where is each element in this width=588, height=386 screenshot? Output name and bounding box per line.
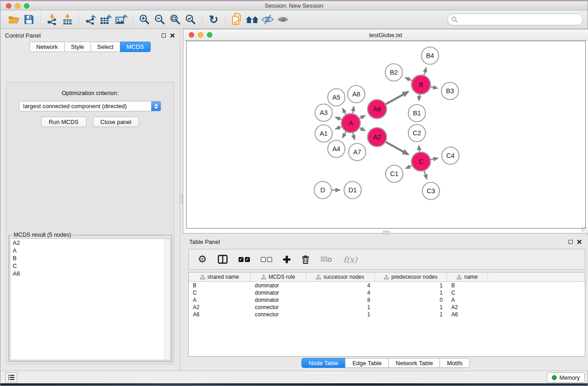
table-cell[interactable]: A	[447, 297, 488, 303]
node-table[interactable]: shared nameMCDS rolesuccessor nodesprede…	[188, 272, 585, 357]
edge-B-B1[interactable]	[419, 95, 420, 101]
zoom-selected-icon[interactable]	[183, 12, 198, 27]
float-panel-icon[interactable]	[162, 33, 166, 38]
tab-style[interactable]: Style	[64, 42, 91, 52]
edge-C-C4[interactable]	[431, 158, 438, 160]
edge-A-A8[interactable]	[353, 107, 354, 114]
node-A4[interactable]: A4	[328, 140, 345, 157]
node-A7[interactable]: A7	[349, 143, 366, 161]
table-cell[interactable]: B	[189, 282, 251, 289]
table-settings-icon[interactable]: ⚙	[198, 254, 207, 264]
export-image-icon[interactable]	[114, 12, 129, 27]
close-table-panel-icon[interactable]: ✕	[576, 240, 582, 244]
column-header-predecessor-nodes[interactable]: predecessor nodes	[375, 272, 447, 281]
node-A[interactable]: A	[341, 114, 360, 133]
column-header-name[interactable]: name	[447, 272, 488, 281]
table-cell[interactable]: A6	[189, 311, 251, 318]
close-panel-icon[interactable]: ✕	[169, 33, 175, 38]
column-header-mcds-role[interactable]: MCDS role	[251, 272, 306, 281]
table-cell[interactable]: 4	[306, 282, 375, 289]
scrollbar[interactable]	[164, 239, 170, 360]
edge-B-B3[interactable]	[431, 87, 438, 88]
table-cell[interactable]: 0	[375, 297, 447, 303]
table-cell[interactable]: 1	[306, 304, 375, 310]
node-B4[interactable]: B4	[421, 47, 439, 64]
table-cell[interactable]: 1	[375, 304, 447, 310]
mcds-result-item[interactable]: A2	[10, 239, 170, 247]
mcds-result-item[interactable]: A6	[10, 270, 170, 277]
delete-column-icon[interactable]	[301, 255, 310, 264]
hide-selected-icon[interactable]	[260, 12, 275, 27]
node-A8[interactable]: A8	[348, 86, 365, 103]
edge-A6-B[interactable]	[386, 92, 408, 105]
table-cell[interactable]: 1	[375, 282, 447, 289]
table-cell[interactable]: dominator	[251, 297, 306, 303]
tab-network-table[interactable]: Network Table	[388, 358, 440, 368]
search-field[interactable]	[447, 14, 583, 25]
resize-grip-icon[interactable]	[581, 226, 588, 233]
node-C1[interactable]: C1	[386, 165, 403, 182]
table-cell[interactable]: A6	[447, 311, 488, 318]
show-all-icon[interactable]	[275, 12, 291, 27]
zoom-out-icon[interactable]	[152, 12, 167, 27]
add-column-icon[interactable]: ✚	[283, 255, 291, 264]
import-table-icon[interactable]	[60, 12, 75, 27]
node-D1[interactable]: D1	[344, 181, 361, 199]
edge-A-A4[interactable]	[343, 132, 346, 138]
criterion-dropdown[interactable]: largest connected component (directed)	[19, 101, 161, 111]
node-C2[interactable]: C2	[408, 124, 425, 142]
tab-select[interactable]: Select	[91, 42, 120, 52]
close-panel-button[interactable]: Close panel	[93, 117, 139, 127]
edge-C-C3[interactable]	[424, 171, 427, 179]
function-builder-icon[interactable]: f(x)	[343, 255, 357, 264]
network-canvas[interactable]: B4B2BB3B1A5A8A6A3AA1A2C2A4A7CC4C1C3DD1	[186, 41, 586, 229]
node-A3[interactable]: A3	[315, 104, 332, 121]
table-cell[interactable]: A2	[189, 304, 251, 310]
table-cell[interactable]: dominator	[251, 282, 306, 289]
import-network-icon[interactable]	[44, 12, 60, 27]
node-B2[interactable]: B2	[385, 64, 402, 81]
refresh-icon[interactable]: ↻	[206, 12, 221, 27]
horizontal-divider-grip[interactable]	[383, 231, 390, 234]
deselect-all-checks-icon[interactable]	[261, 257, 272, 262]
float-table-panel-icon[interactable]	[569, 240, 573, 244]
table-cell[interactable]: C	[447, 290, 488, 296]
table-cell[interactable]: B	[447, 282, 488, 289]
table-cell[interactable]: 1	[306, 311, 375, 318]
zoom-in-icon[interactable]	[137, 12, 152, 27]
table-cell[interactable]: connector	[251, 304, 306, 310]
tab-motifs[interactable]: Motifs	[440, 358, 470, 368]
node-B1[interactable]: B1	[408, 105, 425, 122]
delete-table-icon[interactable]	[320, 256, 332, 263]
node-C4[interactable]: C4	[442, 147, 459, 164]
edge-A-A3[interactable]	[335, 117, 341, 119]
select-all-checks-icon[interactable]: ✓✓	[239, 257, 250, 262]
table-row[interactable]: Adominator80A	[189, 296, 585, 304]
export-network-icon[interactable]	[83, 12, 98, 27]
node-C3[interactable]: C3	[422, 182, 440, 200]
edge-A-A7[interactable]	[353, 133, 354, 140]
mcds-result-item[interactable]: C	[10, 262, 170, 270]
node-C[interactable]: C	[411, 152, 430, 171]
split-table-icon[interactable]	[218, 255, 228, 264]
table-cell[interactable]: connector	[251, 311, 306, 318]
first-neighbors-icon[interactable]	[244, 12, 260, 27]
column-header-shared-name[interactable]: shared name	[189, 272, 251, 281]
memory-button[interactable]: Memory	[547, 372, 585, 383]
open-session-icon[interactable]	[6, 12, 21, 27]
zoom-fit-icon[interactable]	[167, 12, 183, 27]
export-table-icon[interactable]	[98, 12, 114, 27]
mcds-result-list[interactable]: A2ABCA6	[10, 238, 171, 360]
edge-A-A2[interactable]	[359, 128, 365, 131]
table-row[interactable]: Cdominator41C	[189, 289, 585, 296]
node-A6[interactable]: A6	[368, 100, 387, 119]
task-history-button[interactable]	[5, 372, 17, 382]
node-D[interactable]: D	[314, 181, 331, 199]
edge-A-A5[interactable]	[343, 108, 346, 114]
edge-A2-C[interactable]	[386, 142, 408, 155]
vertical-divider-grip[interactable]	[180, 195, 183, 203]
table-cell[interactable]: 1	[375, 290, 447, 296]
table-row[interactable]: Bdominator41B	[189, 282, 585, 289]
table-cell[interactable]: A2	[447, 304, 488, 310]
tab-network[interactable]: Network	[29, 42, 64, 52]
